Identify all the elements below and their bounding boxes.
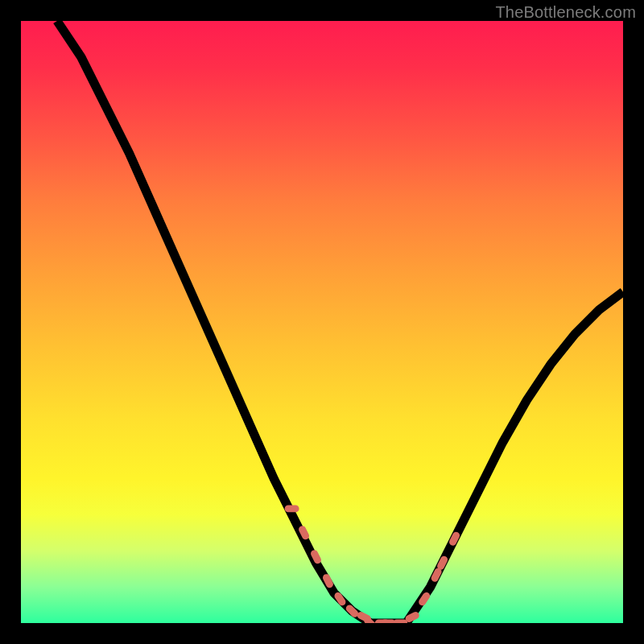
marker-group: [285, 505, 461, 623]
plot-area: [21, 21, 623, 623]
curve-left-branch: [57, 21, 370, 623]
curve-group: [57, 21, 623, 623]
marker-point: [285, 505, 299, 512]
marker-point: [393, 620, 407, 623]
chart-svg: [21, 21, 623, 623]
watermark-text: TheBottleneck.com: [495, 3, 636, 22]
outer-frame: TheBottleneck.com: [0, 0, 644, 644]
